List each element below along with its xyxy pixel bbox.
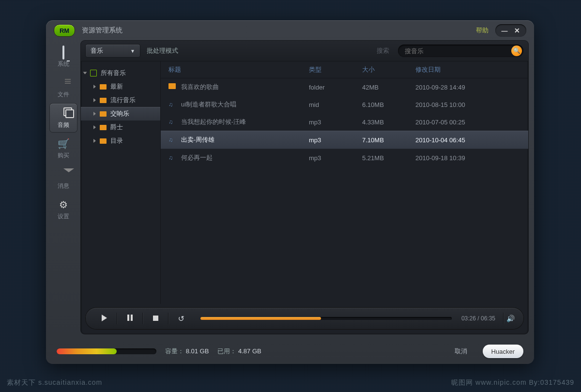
capacity-bar [57, 348, 156, 354]
search-input[interactable] [404, 47, 511, 55]
tree-item-catalog[interactable]: 目录 [81, 134, 160, 148]
batch-mode-label[interactable]: 批处理模式 [147, 46, 178, 55]
pause-icon [127, 315, 133, 321]
table-header: 标题 类型 大小 修改日期 [161, 61, 528, 78]
sidebar-item-buy[interactable]: 🛒 购买 [50, 134, 77, 163]
progress-bar[interactable] [200, 317, 452, 320]
music-note-icon: ♫ [168, 101, 177, 108]
search-label: 搜索 [377, 46, 389, 55]
col-title[interactable]: 标题 [168, 65, 309, 74]
folder-tree: 所有音乐 最新 流行音乐 交响乐 [81, 61, 161, 304]
app-title: 资源管理系统 [82, 26, 122, 35]
cell-type: mp3 [309, 154, 362, 162]
volume-icon: 🔊 [506, 315, 515, 322]
sidebar-item-settings[interactable]: ⚙ 设置 [50, 195, 77, 224]
capacity-info: 容量： 8.01 GB 已用： 4.87 GB [165, 347, 261, 356]
cell-type: folder [309, 84, 362, 91]
cell-size: 7.10MB [362, 136, 415, 144]
sidebar-item-label: 购买 [50, 151, 77, 160]
cell-size: 6.10MB [362, 101, 415, 108]
search-icon: 🔍 [513, 47, 520, 54]
sidebar-item-label: 设置 [50, 212, 77, 221]
tree-item-pop[interactable]: 流行音乐 [81, 93, 160, 107]
cell-type: mp3 [309, 119, 362, 126]
sidebar-item-audio[interactable]: 音频 [50, 104, 77, 132]
cancel-button[interactable]: 取消 [455, 347, 467, 356]
cell-type: mid [309, 101, 362, 108]
app-window: RM 资源管理系统 帮助 — ✕ 系统 文件 音频 🛒 购买 [46, 20, 534, 364]
window-buttons: — ✕ [495, 24, 526, 37]
cart-icon: 🛒 [50, 138, 77, 151]
help-link[interactable]: 帮助 [476, 26, 489, 35]
minimize-button[interactable]: — [498, 26, 511, 35]
cell-date: 2010-10-04 06:45 [415, 136, 520, 144]
cell-title: 我喜欢的歌曲 [181, 83, 219, 90]
tree-item-jazz[interactable]: 爵士 [81, 121, 160, 134]
search-button[interactable]: 🔍 [511, 45, 522, 56]
time-display: 03:26 / 06:35 [461, 315, 495, 322]
cell-title: ui制造者群歌大合唱 [181, 101, 236, 108]
player-bar: ↻ 03:26 / 06:35 🔊 [86, 308, 523, 329]
main-panel: 音乐 ▼ 批处理模式 搜索 🔍 所有 [81, 41, 528, 334]
cell-title: 何必再一起 [181, 154, 213, 161]
tree-item-symphony[interactable]: 交响乐 [81, 107, 160, 121]
col-type[interactable]: 类型 [309, 65, 362, 74]
chevron-down-icon: ▼ [130, 48, 135, 54]
table-row[interactable]: ♫ui制造者群歌大合唱mid6.10MB2010-08-15 10:00 [161, 96, 528, 113]
sidebar-item-system[interactable]: 系统 [50, 43, 77, 71]
music-note-icon: ♫ [168, 136, 177, 143]
dropdown-label: 音乐 [91, 46, 103, 55]
tree-item-label: 交响乐 [110, 109, 129, 118]
sidebar-item-files[interactable]: 文件 [50, 73, 77, 102]
chevron-right-icon [93, 125, 96, 129]
cell-size: 42MB [362, 84, 415, 91]
col-date[interactable]: 修改日期 [415, 65, 520, 74]
file-icon [50, 77, 77, 90]
file-table: 标题 类型 大小 修改日期 我喜欢的歌曲folder42MB2010-09-28… [161, 61, 528, 304]
folder-icon [100, 125, 107, 130]
folder-icon [100, 138, 107, 144]
titlebar: RM 资源管理系统 帮助 — ✕ [46, 20, 534, 41]
cell-type: mp3 [309, 136, 362, 144]
table-row[interactable]: ♫出卖-周传雄mp37.10MB2010-10-04 06:45 [161, 131, 528, 149]
chevron-right-icon [93, 98, 96, 102]
tree-item-label: 爵士 [110, 123, 123, 132]
cell-date: 2010-08-15 10:00 [415, 101, 520, 108]
chevron-right-icon [93, 112, 96, 116]
sidebar-item-messages[interactable]: 消息 [50, 165, 77, 193]
play-icon [102, 315, 107, 321]
cell-date: 2010-09-28 14:49 [415, 84, 520, 91]
table-row[interactable]: ♫当我想起你的时候-汪峰mp34.33MB2010-07-05 00:25 [161, 113, 528, 131]
folder-icon [100, 111, 107, 117]
music-note-icon: ♫ [168, 154, 177, 161]
cell-title: 当我想起你的时候-汪峰 [181, 118, 246, 125]
sidebar-item-label: 系统 [50, 60, 77, 68]
repeat-icon: ↻ [178, 314, 184, 323]
chevron-down-icon [83, 72, 87, 75]
music-root-icon [90, 70, 97, 76]
volume-button[interactable]: 🔊 [506, 315, 515, 322]
category-dropdown[interactable]: 音乐 ▼ [86, 45, 140, 57]
toolbar: 音乐 ▼ 批处理模式 搜索 🔍 [81, 41, 528, 61]
folder-icon [100, 98, 107, 103]
table-row[interactable]: ♫何必再一起mp35.21MB2010-09-18 10:39 [161, 149, 528, 166]
tree-item-latest[interactable]: 最新 [81, 80, 160, 93]
pause-button[interactable] [120, 315, 139, 322]
mail-icon [50, 168, 77, 181]
table-row[interactable]: 我喜欢的歌曲folder42MB2010-09-28 14:49 [161, 78, 528, 96]
close-button[interactable]: ✕ [511, 26, 523, 35]
stop-button[interactable] [146, 315, 165, 322]
folder-icon [100, 84, 107, 90]
col-size[interactable]: 大小 [362, 65, 415, 74]
play-button[interactable] [94, 315, 114, 323]
repeat-button[interactable]: ↻ [171, 314, 191, 323]
tree-root[interactable]: 所有音乐 [81, 66, 160, 80]
stop-icon [153, 316, 158, 321]
user-pill[interactable]: Huacker [483, 345, 523, 358]
capacity-fill [57, 348, 117, 354]
footer: 容量： 8.01 GB 已用： 4.87 GB 取消 Huacker [46, 339, 534, 364]
watermark-right: 昵图网 www.nipic.com By:03175439 [451, 378, 574, 387]
tree-item-label: 目录 [110, 136, 123, 145]
tree-item-label: 流行音乐 [110, 96, 136, 105]
sidebar: 系统 文件 音频 🛒 购买 消息 ⚙ 设置 [46, 41, 81, 334]
